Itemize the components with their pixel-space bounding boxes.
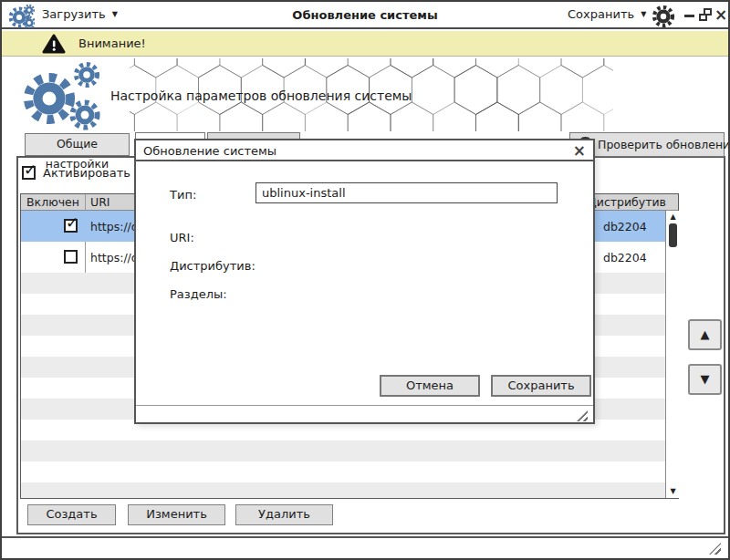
dialog-resize-grip[interactable] xyxy=(577,410,588,421)
row-distro-cell: db2204 xyxy=(603,251,647,264)
gears-logo xyxy=(15,60,106,131)
row-distro-cell: db2204 xyxy=(603,220,647,233)
distro-label: Дистрибутив: xyxy=(170,259,256,273)
edit-button[interactable]: Изменить xyxy=(128,504,225,525)
tab-general-settings[interactable]: Общие настройки xyxy=(25,133,130,156)
up-arrow-icon: ▲ xyxy=(701,327,710,341)
minimize-icon[interactable] xyxy=(684,15,694,17)
maximize-icon[interactable] xyxy=(699,8,712,21)
move-row-down-button[interactable]: ▼ xyxy=(688,364,722,395)
create-button[interactable]: Создать xyxy=(27,504,116,525)
close-icon[interactable]: × xyxy=(714,5,727,25)
checkmark-icon: ✓ xyxy=(66,213,78,232)
settings-gear-icon[interactable] xyxy=(652,4,675,27)
update-dialog: Обновление системы × Тип: URI: Дистрибут… xyxy=(134,139,595,424)
row-uri-cell: https://d xyxy=(90,251,139,264)
checkmark-icon: ✓ xyxy=(24,161,36,179)
row-uri-cell: https://d xyxy=(90,220,139,233)
aur-checkbox[interactable]: ✓ xyxy=(22,166,36,180)
type-label: Тип: xyxy=(170,188,196,202)
sections-label: Разделы: xyxy=(170,287,227,301)
row-enabled-checkbox[interactable]: ✓ xyxy=(64,219,78,233)
column-header-uri: URI xyxy=(90,195,110,209)
scroll-down-icon[interactable]: ▼ xyxy=(666,486,680,497)
column-header-enabled: Включен xyxy=(21,195,85,209)
warning-text: Внимание! xyxy=(78,36,146,50)
save-menu-label: Сохранить xyxy=(568,7,634,21)
load-menu-button[interactable]: Загрузить ▼ xyxy=(42,7,118,21)
dialog-close-icon[interactable]: × xyxy=(573,141,586,161)
type-input[interactable] xyxy=(256,182,558,203)
row-enabled-checkbox[interactable] xyxy=(64,250,78,264)
column-header-distro: Дистрибутив xyxy=(588,195,666,209)
application-window: Загрузить ▼ Обновление системы Сохранить… xyxy=(0,0,730,560)
titlebar: Загрузить ▼ Обновление системы Сохранить… xyxy=(2,2,728,29)
page-title: Настройка параметров обновления системы xyxy=(110,88,412,103)
delete-button[interactable]: Удалить xyxy=(235,504,333,525)
window-resize-grip[interactable] xyxy=(709,543,721,555)
cancel-button[interactable]: Отмена xyxy=(380,375,480,397)
dialog-title: Обновление системы xyxy=(136,140,593,161)
down-arrow-icon: ▼ xyxy=(701,372,710,386)
save-button[interactable]: Сохранить xyxy=(491,375,591,397)
warning-triangle-icon xyxy=(42,34,66,54)
chevron-down-icon: ▼ xyxy=(112,11,118,18)
check-updates-label: Проверить обновления xyxy=(598,138,730,151)
save-menu-button[interactable]: Сохранить ▼ xyxy=(568,7,646,21)
dialog-divider xyxy=(136,405,593,406)
vertical-scrollbar[interactable]: ▲ ▼ xyxy=(665,211,680,498)
uri-label: URI: xyxy=(170,231,194,244)
scrollbar-thumb[interactable] xyxy=(669,223,677,247)
status-bar xyxy=(2,536,728,560)
app-gears-icon xyxy=(9,4,35,28)
maximize-front-square xyxy=(699,14,707,21)
scroll-up-icon[interactable]: ▲ xyxy=(666,212,680,223)
move-row-up-button[interactable]: ▲ xyxy=(688,319,722,350)
chevron-down-icon: ▼ xyxy=(641,11,646,18)
load-menu-label: Загрузить xyxy=(42,7,106,21)
warning-bar: Внимание! xyxy=(2,31,728,57)
